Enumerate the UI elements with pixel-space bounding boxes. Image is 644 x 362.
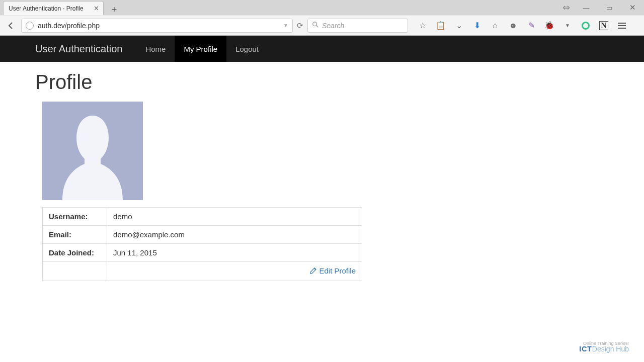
- toolbar-icons: ☆ 📋 ⌄ ⬇ ⌂ ☻ ✎ 🐞 ▼ N: [418, 21, 626, 30]
- url-field[interactable]: auth.dev/profile.php ▼: [21, 19, 293, 33]
- profile-table: Username: demo Email: demo@example.com D…: [42, 207, 362, 281]
- nav-home[interactable]: Home: [136, 36, 175, 62]
- edit-profile-label: Edit Profile: [319, 266, 356, 275]
- watermark-ict: ICT: [579, 345, 592, 353]
- nav-my-profile[interactable]: My Profile: [175, 36, 226, 62]
- table-row: Date Joined: Jun 11, 2015: [43, 244, 362, 262]
- watermark: Online Training Series! ICTDesign Hub: [579, 341, 629, 353]
- page-title: Profile: [35, 71, 609, 94]
- window-controls: ⇔ — ▭ ✕: [557, 0, 644, 15]
- tab-strip: User Authentication - Profile ✕ +: [0, 0, 644, 15]
- chevron-down-icon[interactable]: ▼: [563, 21, 572, 30]
- face-icon[interactable]: ☻: [509, 21, 518, 30]
- home-icon[interactable]: ⌂: [491, 21, 500, 30]
- clipboard-icon[interactable]: 📋: [436, 21, 445, 30]
- field-value: demo@example.com: [107, 226, 362, 244]
- bookmark-star-icon[interactable]: ☆: [418, 21, 427, 30]
- table-row: Username: demo: [43, 208, 362, 226]
- browser-tab[interactable]: User Authentication - Profile ✕: [3, 1, 104, 15]
- svg-point-0: [313, 22, 317, 26]
- n-icon[interactable]: N: [599, 21, 608, 30]
- menu-hamburger-icon[interactable]: [617, 21, 626, 30]
- empty-cell: [43, 262, 107, 281]
- field-label: Date Joined:: [43, 244, 107, 262]
- page-container: Profile Username: demo Email: demo@examp…: [0, 71, 644, 281]
- field-label: Username:: [43, 208, 107, 226]
- navbar-brand[interactable]: User Authentication: [35, 43, 122, 55]
- imip-icon[interactable]: ⇔: [557, 2, 575, 14]
- table-row: Email: demo@example.com: [43, 226, 362, 244]
- edit-icon: [309, 267, 317, 275]
- green-ring-icon[interactable]: [581, 21, 590, 30]
- search-placeholder: Search: [322, 22, 344, 30]
- close-window-button[interactable]: ✕: [621, 2, 644, 14]
- avatar-placeholder: [42, 102, 143, 200]
- url-text: auth.dev/profile.php: [38, 22, 100, 30]
- field-value: Jun 11, 2015: [107, 244, 362, 262]
- url-bar-row: auth.dev/profile.php ▼ ⟳ Search ☆ 📋 ⌄ ⬇ …: [0, 15, 644, 35]
- search-field[interactable]: Search: [307, 19, 408, 33]
- pocket-icon[interactable]: ⌄: [454, 21, 463, 30]
- search-icon: [312, 21, 319, 30]
- browser-chrome: User Authentication - Profile ✕ + ⇔ — ▭ …: [0, 0, 644, 36]
- nav-logout[interactable]: Logout: [226, 36, 268, 62]
- watermark-dh: Design Hub: [592, 345, 629, 353]
- bug-icon[interactable]: 🐞: [545, 21, 554, 30]
- url-dropdown-icon[interactable]: ▼: [283, 23, 288, 28]
- table-row: Edit Profile: [43, 262, 362, 281]
- globe-icon: [26, 22, 34, 30]
- field-value: demo: [107, 208, 362, 226]
- field-label: Email:: [43, 226, 107, 244]
- back-button[interactable]: [5, 20, 17, 32]
- maximize-button[interactable]: ▭: [598, 2, 621, 14]
- edit-profile-link[interactable]: Edit Profile: [309, 266, 356, 275]
- app-navbar: User Authentication Home My Profile Logo…: [0, 36, 644, 62]
- reload-button[interactable]: ⟳: [297, 21, 303, 30]
- close-tab-icon[interactable]: ✕: [94, 5, 99, 12]
- minimize-button[interactable]: —: [575, 2, 598, 14]
- edit-cell: Edit Profile: [107, 262, 362, 281]
- new-tab-button[interactable]: +: [108, 4, 121, 15]
- download-icon[interactable]: ⬇: [472, 21, 481, 30]
- svg-line-1: [316, 26, 318, 28]
- tab-title: User Authentication - Profile: [9, 5, 84, 12]
- feather-icon[interactable]: ✎: [527, 21, 536, 30]
